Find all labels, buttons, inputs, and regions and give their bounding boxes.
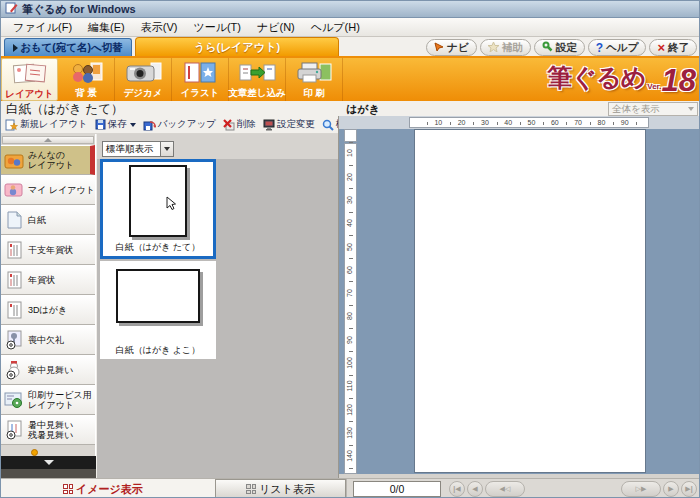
sidebar-item-mochu-ketsurei[interactable]: 喪中欠礼 (1, 325, 95, 355)
question-icon: ? (596, 42, 603, 54)
printer-icon (294, 60, 334, 86)
sidebar-item-print-service-layout[interactable]: 印刷サービス用 レイアウト (1, 385, 95, 415)
sidebar-scroll-down[interactable] (1, 456, 96, 469)
sidebar-footer (1, 469, 96, 478)
delete-icon (223, 119, 235, 131)
tab-front-address[interactable]: おもて(宛て名)へ切替 (4, 38, 132, 56)
thumbnail-hagaki-yoko[interactable]: 白紙（はがき よこ） (100, 261, 216, 359)
backup-button[interactable]: バックアップ (143, 118, 216, 131)
bottom-bar: イメージ表示 リスト表示 0/0 |◀ ◀ ◀◁ ▷▶ ▶ ▶| (1, 478, 700, 498)
sidebar-item-hakushi[interactable]: 白紙 (1, 205, 95, 235)
last-page-button[interactable]: ▶| (681, 481, 697, 497)
save-dropdown-icon (130, 123, 136, 127)
list-view-icon (246, 484, 256, 494)
sidebar-item-nengajo[interactable]: 年賀状 (1, 265, 95, 295)
tab-back-layout[interactable]: うら(レイアウト) (135, 37, 339, 56)
menu-view[interactable]: 表示(V) (133, 18, 186, 37)
menu-navi[interactable]: ナビ(N) (249, 18, 303, 37)
shared-layout-folder-icon (4, 150, 25, 170)
snowman-icon (4, 360, 25, 380)
sidebar-item-my-layout[interactable]: マイ レイアウト (1, 175, 95, 205)
settings-change-button[interactable]: 設定変更 (263, 118, 315, 131)
my-layout-folder-icon (4, 180, 25, 200)
illustration-icon (180, 60, 220, 86)
new-layout-button[interactable]: 新規レイアウト (5, 118, 88, 131)
page-indicator: 0/0 (353, 481, 441, 497)
delete-button[interactable]: 削除 (223, 118, 256, 131)
mouse-cursor-icon (165, 196, 179, 212)
sidebar-scroll-up[interactable] (2, 136, 94, 144)
image-view-tab[interactable]: イメージ表示 (1, 479, 215, 498)
chevron-down-icon (688, 107, 694, 111)
chevron-down-icon (164, 147, 170, 151)
toolbar-background-button[interactable]: 背 景 (58, 58, 115, 101)
next-group-button[interactable]: ▷▶ (621, 481, 661, 497)
first-page-button[interactable]: |◀ (449, 481, 465, 497)
tab-row: おもて(宛て名)へ切替 うら(レイアウト) ナビ 補助 設定 ? ヘルプ (1, 37, 700, 58)
sort-dropdown-button[interactable] (160, 142, 173, 156)
toolbar-text-insert-button[interactable]: 文章差し込み (229, 58, 286, 101)
v-ruler: 102030405060708090100110120130140 (344, 143, 357, 474)
exit-button[interactable]: × 終了 (649, 39, 697, 56)
sort-order-dropdown[interactable]: 標準順表示 (102, 141, 174, 157)
assist-button[interactable]: 補助 (480, 39, 531, 56)
close-icon: × (657, 41, 665, 54)
h-ruler: 102030405060708090 (409, 117, 649, 128)
thumbnail-hagaki-tate[interactable]: 白紙（はがき たて） (100, 159, 216, 259)
search-icon (322, 119, 334, 131)
tab-arrow-icon (13, 44, 18, 52)
toolbar-print-button[interactable]: 印 刷 (286, 58, 343, 101)
new-year-card-icon (4, 270, 25, 290)
settings-button[interactable]: 設定 (534, 39, 585, 56)
background-people-icon (66, 60, 106, 86)
logo-text: 筆ぐるめ (548, 61, 646, 94)
app-logo: 筆ぐるめ Ver. 18 (548, 61, 697, 94)
menu-bar: ファイル(F) 編集(E) 表示(V) ツール(T) ナビ(N) ヘルプ(H) (1, 18, 700, 37)
prev-group-button[interactable]: ◀◁ (485, 481, 525, 497)
sort-order-value: 標準順表示 (103, 143, 160, 156)
logo-version-label: Ver. (647, 82, 661, 91)
sidebar-item-shochu-mimai[interactable]: 暑中見舞い 残暑見舞い (1, 415, 95, 445)
partial-item-icon (31, 449, 38, 456)
layout-icon (10, 61, 50, 87)
save-button[interactable]: 保存 (95, 118, 136, 131)
app-icon (5, 0, 18, 18)
toolbar-layout-button[interactable]: レイアウト (1, 58, 58, 101)
sidebar-item-3d-hagaki[interactable]: 3Dはがき (1, 295, 95, 325)
prev-page-button[interactable]: ◀ (467, 481, 483, 497)
menu-edit[interactable]: 編集(E) (80, 18, 133, 37)
print-service-icon (4, 390, 25, 410)
toolbar-illustration-button[interactable]: イラスト (172, 58, 229, 101)
star-icon (488, 42, 499, 54)
main-toolbar: レイアウト 背 景 デジカメ イラスト 文章差し込み (1, 58, 700, 101)
menu-file[interactable]: ファイル(F) (5, 18, 80, 37)
landscape-postcard-shape (116, 269, 200, 323)
app-window: 筆ぐるめ for Windows ファイル(F) 編集(E) 表示(V) ツール… (0, 0, 700, 498)
preview-panel: 102030405060708090 102030405060708090100… (338, 116, 700, 478)
wrench-icon (542, 41, 553, 54)
sidebar-item-minna-layout[interactable]: みんなの レイアウト (1, 145, 95, 175)
save-icon (95, 119, 106, 130)
navi-button[interactable]: ナビ (426, 39, 477, 56)
title-bar: 筆ぐるめ for Windows (1, 1, 700, 18)
sidebar-item-kanchu-mimai[interactable]: 寒中見舞い (1, 355, 95, 385)
tab-back-label: うら(レイアウト) (194, 40, 280, 55)
window-title: 筆ぐるめ for Windows (22, 2, 136, 17)
list-view-tab[interactable]: リスト表示 (215, 479, 346, 498)
zoom-dropdown[interactable]: 全体を表示 (608, 102, 698, 116)
new-layout-icon (5, 119, 18, 131)
mourning-card-icon (4, 330, 25, 350)
quick-buttons: ナビ 補助 設定 ? ヘルプ × 終了 (426, 39, 697, 56)
menu-help[interactable]: ヘルプ(H) (303, 18, 368, 37)
status-area: 0/0 |◀ ◀ ◀◁ ▷▶ ▶ ▶| (346, 479, 700, 498)
thumbnail-label: 白紙（はがき よこ） (100, 344, 216, 357)
menu-tools[interactable]: ツール(T) (185, 18, 249, 37)
zodiac-card-icon (4, 240, 25, 260)
postcard-page (414, 129, 646, 473)
toolbar-camera-button[interactable]: デジカメ (115, 58, 172, 101)
sub-header: 白紙（はがき たて） はがき 全体を表示 (1, 101, 700, 116)
sidebar-item-eto-nengajo[interactable]: 干支年賀状 (1, 235, 95, 265)
help-button[interactable]: ? ヘルプ (588, 39, 647, 56)
next-page-button[interactable]: ▶ (663, 481, 679, 497)
navi-cursor-icon (434, 42, 444, 54)
